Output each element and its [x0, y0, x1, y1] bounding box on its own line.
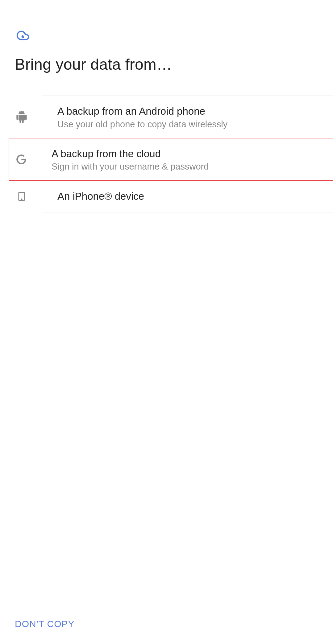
svg-point-1: [21, 199, 22, 200]
phone-icon: [15, 190, 28, 203]
option-title: A backup from the cloud: [52, 147, 209, 161]
option-iphone[interactable]: An iPhone® device: [43, 181, 333, 212]
option-subtitle: Use your old phone to copy data wireless…: [57, 119, 227, 129]
page-title: Bring your data from…: [15, 55, 172, 73]
cloud-download-icon: [15, 29, 31, 42]
option-title: A backup from an Android phone: [57, 105, 227, 118]
option-android-backup[interactable]: A backup from an Android phone Use your …: [43, 96, 333, 138]
option-title: An iPhone® device: [57, 190, 144, 203]
google-g-icon: [15, 153, 28, 166]
footer: DON'T COPY: [0, 604, 333, 644]
dont-copy-button[interactable]: DON'T COPY: [15, 619, 75, 629]
option-cloud-backup[interactable]: A backup from the cloud Sign in with you…: [9, 138, 333, 181]
android-icon: [15, 110, 28, 124]
option-subtitle: Sign in with your username & password: [52, 162, 209, 172]
options-list: A backup from an Android phone Use your …: [0, 96, 333, 212]
